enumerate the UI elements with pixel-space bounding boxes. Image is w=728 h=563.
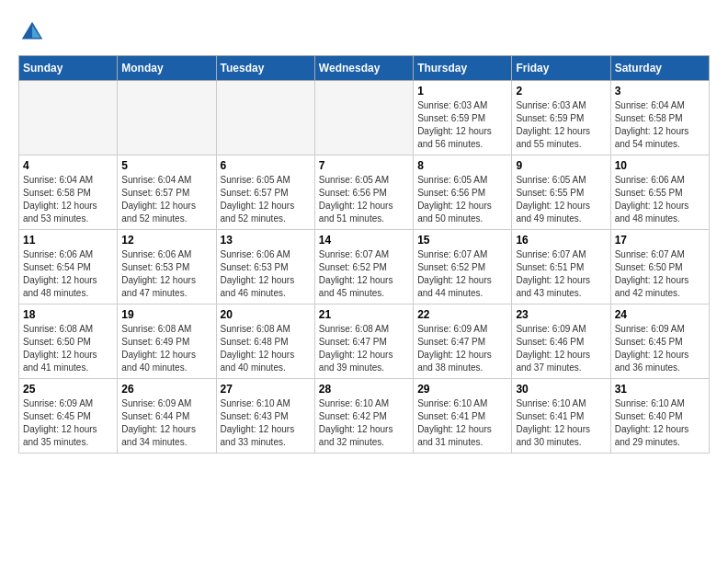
day-number: 23 — [516, 308, 606, 321]
day-info: Sunrise: 6:09 AMSunset: 6:46 PMDaylight:… — [516, 323, 606, 374]
day-number: 7 — [319, 159, 409, 172]
day-info: Sunrise: 6:08 AMSunset: 6:48 PMDaylight:… — [221, 323, 311, 374]
calendar-cell: 11Sunrise: 6:06 AMSunset: 6:54 PMDayligh… — [19, 230, 118, 304]
day-number: 11 — [23, 234, 113, 247]
day-info: Sunrise: 6:09 AMSunset: 6:44 PMDaylight:… — [121, 397, 211, 449]
week-row-1: 1Sunrise: 6:03 AMSunset: 6:59 PMDaylight… — [19, 81, 710, 155]
day-info: Sunrise: 6:04 AMSunset: 6:57 PMDaylight:… — [121, 174, 211, 225]
calendar-cell: 28Sunrise: 6:10 AMSunset: 6:42 PMDayligh… — [314, 379, 413, 454]
week-row-3: 11Sunrise: 6:06 AMSunset: 6:54 PMDayligh… — [19, 230, 710, 304]
day-number: 8 — [417, 159, 507, 172]
day-number: 21 — [319, 308, 409, 321]
day-info: Sunrise: 6:09 AMSunset: 6:47 PMDaylight:… — [417, 323, 507, 374]
weekday-header-row: SundayMondayTuesdayWednesdayThursdayFrid… — [19, 56, 710, 81]
day-info: Sunrise: 6:07 AMSunset: 6:50 PMDaylight:… — [615, 248, 705, 300]
day-info: Sunrise: 6:05 AMSunset: 6:56 PMDaylight:… — [319, 174, 409, 225]
day-number: 10 — [615, 159, 705, 172]
weekday-header-saturday: Saturday — [610, 56, 709, 81]
day-info: Sunrise: 6:04 AMSunset: 6:58 PMDaylight:… — [615, 99, 705, 151]
calendar-cell: 21Sunrise: 6:08 AMSunset: 6:47 PMDayligh… — [314, 304, 413, 379]
day-info: Sunrise: 6:08 AMSunset: 6:49 PMDaylight:… — [121, 323, 211, 374]
day-number: 1 — [417, 85, 507, 98]
weekday-header-thursday: Thursday — [414, 56, 512, 81]
calendar-cell: 16Sunrise: 6:07 AMSunset: 6:51 PMDayligh… — [512, 230, 610, 304]
day-info: Sunrise: 6:07 AMSunset: 6:51 PMDaylight:… — [516, 248, 606, 300]
day-info: Sunrise: 6:06 AMSunset: 6:55 PMDaylight:… — [615, 174, 705, 225]
day-number: 20 — [221, 308, 311, 321]
logo-icon — [18, 18, 46, 46]
day-info: Sunrise: 6:09 AMSunset: 6:45 PMDaylight:… — [615, 323, 705, 374]
day-number: 2 — [516, 85, 606, 98]
calendar-cell: 7Sunrise: 6:05 AMSunset: 6:56 PMDaylight… — [314, 155, 413, 230]
calendar-cell: 9Sunrise: 6:05 AMSunset: 6:55 PMDaylight… — [512, 155, 610, 230]
calendar-cell: 22Sunrise: 6:09 AMSunset: 6:47 PMDayligh… — [414, 304, 512, 379]
calendar-cell — [216, 81, 314, 155]
calendar-cell: 5Sunrise: 6:04 AMSunset: 6:57 PMDaylight… — [118, 155, 216, 230]
week-row-5: 25Sunrise: 6:09 AMSunset: 6:45 PMDayligh… — [19, 379, 710, 454]
day-number: 25 — [23, 383, 113, 396]
day-info: Sunrise: 6:03 AMSunset: 6:59 PMDaylight:… — [417, 99, 507, 151]
calendar-cell — [314, 81, 413, 155]
calendar-cell: 10Sunrise: 6:06 AMSunset: 6:55 PMDayligh… — [610, 155, 709, 230]
day-number: 6 — [221, 159, 311, 172]
day-number: 4 — [23, 159, 113, 172]
calendar: SundayMondayTuesdayWednesdayThursdayFrid… — [18, 55, 710, 454]
calendar-cell: 15Sunrise: 6:07 AMSunset: 6:52 PMDayligh… — [414, 230, 512, 304]
calendar-cell: 3Sunrise: 6:04 AMSunset: 6:58 PMDaylight… — [610, 81, 709, 155]
day-info: Sunrise: 6:06 AMSunset: 6:54 PMDaylight:… — [23, 248, 113, 300]
calendar-cell: 19Sunrise: 6:08 AMSunset: 6:49 PMDayligh… — [118, 304, 216, 379]
logo — [18, 18, 50, 46]
day-info: Sunrise: 6:10 AMSunset: 6:41 PMDaylight:… — [516, 397, 606, 449]
day-info: Sunrise: 6:10 AMSunset: 6:41 PMDaylight:… — [417, 397, 507, 449]
calendar-cell: 17Sunrise: 6:07 AMSunset: 6:50 PMDayligh… — [610, 230, 709, 304]
day-info: Sunrise: 6:10 AMSunset: 6:40 PMDaylight:… — [615, 397, 705, 449]
calendar-cell: 29Sunrise: 6:10 AMSunset: 6:41 PMDayligh… — [414, 379, 512, 454]
day-number: 29 — [417, 383, 507, 396]
day-info: Sunrise: 6:04 AMSunset: 6:58 PMDaylight:… — [23, 174, 113, 225]
day-info: Sunrise: 6:08 AMSunset: 6:50 PMDaylight:… — [23, 323, 113, 374]
day-number: 18 — [23, 308, 113, 321]
day-info: Sunrise: 6:10 AMSunset: 6:43 PMDaylight:… — [221, 397, 311, 449]
calendar-cell: 2Sunrise: 6:03 AMSunset: 6:59 PMDaylight… — [512, 81, 610, 155]
calendar-cell: 1Sunrise: 6:03 AMSunset: 6:59 PMDaylight… — [414, 81, 512, 155]
day-number: 28 — [319, 383, 409, 396]
day-number: 15 — [417, 234, 507, 247]
day-number: 26 — [121, 383, 211, 396]
calendar-cell: 13Sunrise: 6:06 AMSunset: 6:53 PMDayligh… — [216, 230, 314, 304]
day-info: Sunrise: 6:10 AMSunset: 6:42 PMDaylight:… — [319, 397, 409, 449]
calendar-cell: 30Sunrise: 6:10 AMSunset: 6:41 PMDayligh… — [512, 379, 610, 454]
calendar-cell — [19, 81, 118, 155]
week-row-2: 4Sunrise: 6:04 AMSunset: 6:58 PMDaylight… — [19, 155, 710, 230]
calendar-cell: 26Sunrise: 6:09 AMSunset: 6:44 PMDayligh… — [118, 379, 216, 454]
weekday-header-monday: Monday — [118, 56, 216, 81]
calendar-cell: 31Sunrise: 6:10 AMSunset: 6:40 PMDayligh… — [610, 379, 709, 454]
day-info: Sunrise: 6:08 AMSunset: 6:47 PMDaylight:… — [319, 323, 409, 374]
weekday-header-sunday: Sunday — [19, 56, 118, 81]
calendar-cell: 23Sunrise: 6:09 AMSunset: 6:46 PMDayligh… — [512, 304, 610, 379]
week-row-4: 18Sunrise: 6:08 AMSunset: 6:50 PMDayligh… — [19, 304, 710, 379]
weekday-header-wednesday: Wednesday — [314, 56, 413, 81]
day-info: Sunrise: 6:05 AMSunset: 6:57 PMDaylight:… — [221, 174, 311, 225]
calendar-cell: 14Sunrise: 6:07 AMSunset: 6:52 PMDayligh… — [314, 230, 413, 304]
day-number: 30 — [516, 383, 606, 396]
day-info: Sunrise: 6:05 AMSunset: 6:56 PMDaylight:… — [417, 174, 507, 225]
day-number: 12 — [121, 234, 211, 247]
calendar-cell: 20Sunrise: 6:08 AMSunset: 6:48 PMDayligh… — [216, 304, 314, 379]
weekday-header-friday: Friday — [512, 56, 610, 81]
calendar-cell: 6Sunrise: 6:05 AMSunset: 6:57 PMDaylight… — [216, 155, 314, 230]
day-number: 5 — [121, 159, 211, 172]
day-info: Sunrise: 6:06 AMSunset: 6:53 PMDaylight:… — [121, 248, 211, 300]
day-info: Sunrise: 6:09 AMSunset: 6:45 PMDaylight:… — [23, 397, 113, 449]
day-number: 3 — [615, 85, 705, 98]
weekday-header-tuesday: Tuesday — [216, 56, 314, 81]
day-info: Sunrise: 6:06 AMSunset: 6:53 PMDaylight:… — [221, 248, 311, 300]
header — [18, 18, 710, 46]
calendar-cell: 8Sunrise: 6:05 AMSunset: 6:56 PMDaylight… — [414, 155, 512, 230]
day-number: 13 — [221, 234, 311, 247]
day-info: Sunrise: 6:07 AMSunset: 6:52 PMDaylight:… — [417, 248, 507, 300]
day-number: 31 — [615, 383, 705, 396]
day-info: Sunrise: 6:07 AMSunset: 6:52 PMDaylight:… — [319, 248, 409, 300]
day-number: 22 — [417, 308, 507, 321]
day-number: 9 — [516, 159, 606, 172]
day-number: 24 — [615, 308, 705, 321]
